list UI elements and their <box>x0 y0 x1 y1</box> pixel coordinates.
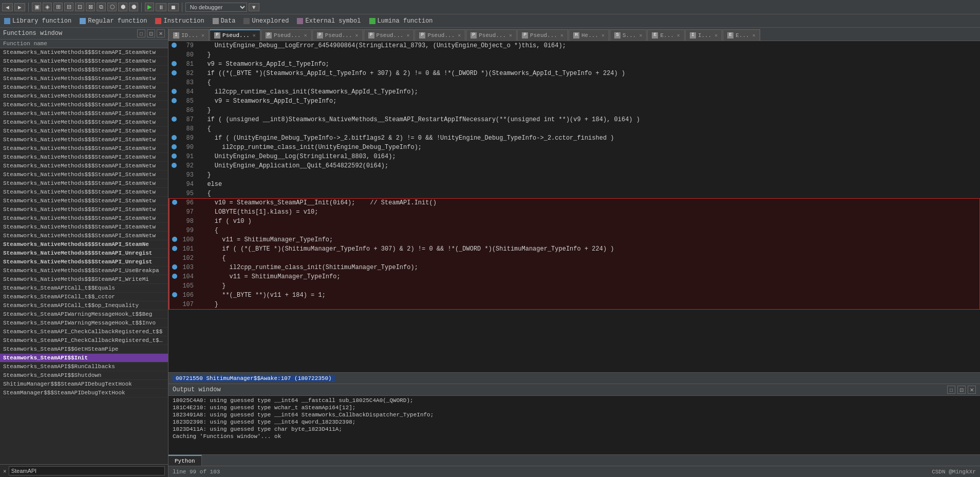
breakpoint-dot[interactable] <box>169 161 179 170</box>
breakpoint-dot[interactable] <box>169 254 179 263</box>
list-item[interactable]: Steamworks_NativeMethods$$$SteamAPI_Stea… <box>0 66 168 74</box>
breakpoint-dot[interactable] <box>169 60 179 69</box>
breakpoint-dot[interactable] <box>169 143 179 152</box>
list-item[interactable]: Steamworks_NativeMethods$$$SteamAPI_Stea… <box>0 101 168 109</box>
tab-he-8[interactable]: HHe...✕ <box>569 29 609 41</box>
list-item[interactable]: Steamworks_NativeMethods$$$SteamAPI_Stea… <box>0 92 168 101</box>
panel-restore-btn[interactable]: □ <box>137 29 145 37</box>
list-item[interactable]: Steamworks_SteamAPICall_t$$_cctor <box>0 293 168 301</box>
breakpoint-dot[interactable] <box>169 115 179 124</box>
breakpoint-dot[interactable] <box>169 281 179 291</box>
tab-close-btn[interactable]: ✕ <box>560 32 563 39</box>
debugger-dropdown-btn[interactable]: ▼ <box>249 3 259 11</box>
tab-e-12[interactable]: EE...✕ <box>723 29 760 41</box>
toolbar-run-btn[interactable]: ▶ <box>145 3 154 11</box>
list-item[interactable]: Steamworks_NativeMethods$$$SteamAPI_Unre… <box>0 249 168 258</box>
list-item[interactable]: Steamworks_NativeMethods$$$SteamAPI_Stea… <box>0 232 168 240</box>
tab-ps-7[interactable]: PPseud...✕ <box>517 29 568 41</box>
output-max-btn[interactable]: ⊡ <box>957 386 966 394</box>
tab-close-btn[interactable]: ✕ <box>639 32 642 39</box>
toolbar-btn-1[interactable]: ▣ <box>32 3 41 11</box>
list-item[interactable]: Steamworks_NativeMethods$$$SteamAPI_Stea… <box>0 83 168 92</box>
functions-list[interactable]: Steamworks_NativeMethods$$$SteamAPI_Stea… <box>0 48 168 464</box>
list-item[interactable]: Steamworks_NativeMethods$$$SteamAPI_UseB… <box>0 266 168 275</box>
breakpoint-dot[interactable] <box>169 235 179 244</box>
breakpoint-dot[interactable] <box>169 133 179 143</box>
list-item[interactable]: Steamworks_NativeMethods$$$SteamAPI_Stea… <box>0 144 168 153</box>
tab-ps-1[interactable]: PPseud...✕ <box>210 29 260 41</box>
breakpoint-dot[interactable] <box>169 291 179 300</box>
bottom-tab-python[interactable]: Python <box>168 455 202 466</box>
breakpoint-dot[interactable] <box>169 78 179 87</box>
tab-close-btn[interactable]: ✕ <box>406 32 409 39</box>
tab-ps-4[interactable]: PPseud...✕ <box>364 29 414 41</box>
toolbar-forward-btn[interactable]: ► <box>14 3 25 11</box>
list-item[interactable]: Steamworks_NativeMethods$$$SteamAPI_Stea… <box>0 127 168 136</box>
list-item[interactable]: Steamworks_NativeMethods$$$SteamAPI_Stea… <box>0 214 168 223</box>
list-item[interactable]: ShitimuManager$$$SteamAPIDebugTextHook <box>0 380 168 389</box>
toolbar-btn-2[interactable]: ◈ <box>43 3 52 11</box>
output-restore-btn[interactable]: □ <box>947 386 955 394</box>
toolbar-btn-8[interactable]: ⬡ <box>107 3 117 11</box>
debugger-select[interactable]: No debugger <box>185 3 247 12</box>
tab-close-btn[interactable]: ✕ <box>714 32 718 39</box>
toolbar-btn-7[interactable]: ⧉ <box>97 3 106 11</box>
list-item[interactable]: Steamworks_NativeMethods$$$SteamAPI_Stea… <box>0 205 168 214</box>
list-item[interactable]: Steamworks_NativeMethods$$$SteamAPI_Stea… <box>0 48 168 57</box>
toolbar-btn-10[interactable]: ⬣ <box>129 3 138 11</box>
list-item[interactable]: Steamworks_NativeMethods$$$SteamAPI_Stea… <box>0 162 168 170</box>
breakpoint-dot[interactable] <box>169 124 179 133</box>
breakpoint-dot[interactable] <box>169 41 179 50</box>
toolbar-pause-btn[interactable]: ⏸ <box>156 3 166 11</box>
tab-e-10[interactable]: EE...✕ <box>647 29 684 41</box>
tab-close-btn[interactable]: ✕ <box>752 32 756 39</box>
list-item[interactable]: Steamworks_SteamAPI$$RunCallbacks <box>0 362 168 371</box>
panel-float-btn[interactable]: ⊡ <box>147 29 155 37</box>
toolbar-btn-9[interactable]: ⬢ <box>118 3 127 11</box>
tab-ps-2[interactable]: PPseud...✕ <box>261 29 312 41</box>
list-item[interactable]: SteamManager$$$SteamAPIDebugTextHook <box>0 389 168 397</box>
tab-id-0[interactable]: IID...✕ <box>168 29 209 41</box>
list-item[interactable]: Steamworks_SteamAPI$$Init <box>0 354 168 362</box>
breakpoint-dot[interactable] <box>169 198 179 207</box>
breakpoint-dot[interactable] <box>169 50 179 60</box>
list-item[interactable]: Steamworks_NativeMethods$$$SteamAPI_Stea… <box>0 223 168 232</box>
list-item[interactable]: Steamworks_NativeMethods$$$SteamAPI_Stea… <box>0 109 168 118</box>
toolbar-back-btn[interactable]: ◄ <box>2 3 13 11</box>
tab-i-11[interactable]: II...✕ <box>685 29 722 41</box>
list-item[interactable]: Steamworks_SteamAPICall_t$$op_Inequality <box>0 301 168 310</box>
list-item[interactable]: Steamworks_NativeMethods$$$SteamAPI_Stea… <box>0 170 168 179</box>
list-item[interactable]: Steamworks_NativeMethods$$$SteamAPI_Stea… <box>0 188 168 197</box>
tab-s-9[interactable]: SS...✕ <box>610 29 647 41</box>
panel-close-btn[interactable]: ✕ <box>157 29 165 37</box>
list-item[interactable]: Steamworks_NativeMethods$$$SteamAPI_Stea… <box>0 240 168 249</box>
tab-close-btn[interactable]: ✕ <box>677 32 680 39</box>
breakpoint-dot[interactable] <box>169 170 179 180</box>
tab-close-btn[interactable]: ✕ <box>304 32 307 39</box>
tab-ps-3[interactable]: PPseud...✕ <box>312 29 363 41</box>
breakpoint-dot[interactable] <box>169 226 179 235</box>
list-item[interactable]: Steamworks_SteamAPI$$GetHSteamPipe <box>0 345 168 354</box>
breakpoint-dot[interactable] <box>169 152 179 161</box>
breakpoint-dot[interactable] <box>169 106 179 115</box>
list-item[interactable]: Steamworks_NativeMethods$$$SteamAPI_Stea… <box>0 197 168 205</box>
breakpoint-dot[interactable] <box>169 87 179 97</box>
breakpoint-dot[interactable] <box>169 300 179 309</box>
toolbar-btn-5[interactable]: ⊡ <box>75 3 84 11</box>
tab-close-btn[interactable]: ✕ <box>355 32 359 39</box>
tab-close-btn[interactable]: ✕ <box>458 32 461 39</box>
list-item[interactable]: Steamworks_NativeMethods$$$SteamAPI_Stea… <box>0 118 168 127</box>
search-clear-btn[interactable]: ✕ <box>3 468 7 474</box>
tab-ps-5[interactable]: PPseud...✕ <box>414 29 465 41</box>
list-item[interactable]: Steamworks_SteamAPI_CheckCallbackRegiste… <box>0 328 168 336</box>
list-item[interactable]: Steamworks_SteamAPIWarningMessageHook_t$… <box>0 319 168 328</box>
toolbar-btn-4[interactable]: ⊟ <box>64 3 73 11</box>
toolbar-stop-btn[interactable]: ⏹ <box>168 3 179 11</box>
breakpoint-dot[interactable] <box>169 97 179 106</box>
list-item[interactable]: Steamworks_NativeMethods$$$SteamAPI_Stea… <box>0 136 168 144</box>
list-item[interactable]: Steamworks_SteamAPIWarningMessageHook_t$… <box>0 310 168 319</box>
code-area[interactable]: 79 UnityEngine_Debug__LogError_645490086… <box>168 41 980 372</box>
list-item[interactable]: Steamworks_NativeMethods$$$SteamAPI_Stea… <box>0 179 168 188</box>
list-item[interactable]: Steamworks_NativeMethods$$$SteamAPI_Stea… <box>0 153 168 162</box>
list-item[interactable]: Steamworks_SteamAPI$$Shutdown <box>0 371 168 380</box>
